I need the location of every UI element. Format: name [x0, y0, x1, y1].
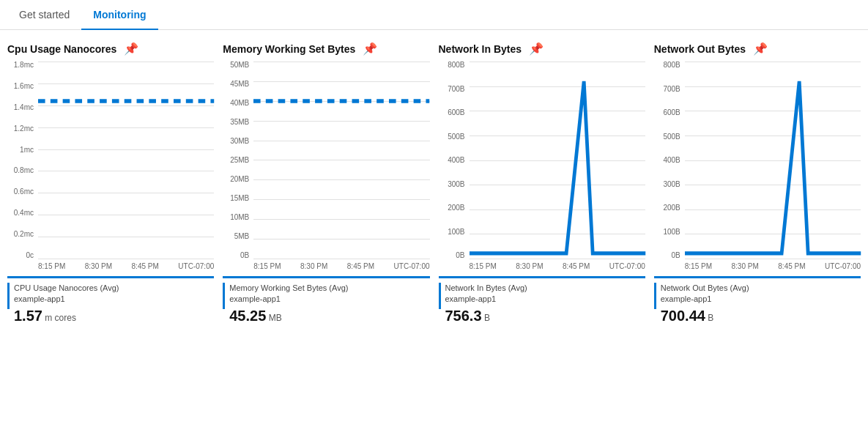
x-axis-network-out: 8:15 PM8:30 PM8:45 PMUTC-07:00	[654, 262, 861, 270]
legend-value-line: 700.44 B	[661, 305, 749, 326]
legend-value: 756.3	[445, 308, 482, 324]
y-label: 700B	[448, 86, 464, 93]
tabs-bar: Get startedMonitoring	[0, 0, 868, 30]
legend-label: Network In Bytes (Avg)	[445, 283, 527, 294]
x-label: UTC-07:00	[394, 262, 430, 270]
chart-panel-network-in: Network In Bytes📌800B700B600B500B400B300…	[439, 42, 645, 326]
legend-text: Network Out Bytes (Avg)example-app1700.4…	[661, 283, 749, 326]
chart-plot-cpu	[38, 62, 214, 259]
y-label: 300B	[663, 181, 680, 188]
chart-title-network-out: Network Out Bytes	[654, 43, 746, 55]
y-label: 0.4mc	[14, 209, 34, 217]
legend-bar	[223, 283, 225, 309]
y-label: 100B	[663, 229, 680, 236]
chart-inner-network-in: 800B700B600B500B400B300B200B100B0B	[439, 62, 645, 259]
y-label: 40MB	[230, 100, 249, 107]
chart-inner-network-out: 800B700B600B500B400B300B200B100B0B	[654, 62, 861, 259]
chart-header-memory: Memory Working Set Bytes📌	[223, 42, 429, 56]
chart-panel-network-out: Network Out Bytes📌800B700B600B500B400B30…	[654, 42, 861, 326]
legend-unit: B	[705, 313, 713, 323]
chart-title-memory: Memory Working Set Bytes	[223, 43, 355, 55]
legend-value: 700.44	[661, 308, 705, 324]
chart-legend-network-in: Network In Bytes (Avg)example-app1756.3 …	[439, 276, 645, 326]
tab-get-started[interactable]: Get started	[7, 0, 81, 29]
y-label: 300B	[448, 181, 464, 188]
legend-sub: example-app1	[14, 294, 119, 305]
y-label: 200B	[448, 204, 464, 212]
x-label: 8:15 PM	[38, 262, 65, 270]
y-label: 700B	[663, 86, 680, 93]
x-label: 8:45 PM	[132, 262, 159, 270]
y-label: 1mc	[20, 146, 34, 154]
legend-unit: MB	[266, 313, 281, 323]
x-label: 8:15 PM	[470, 262, 497, 270]
y-label: 600B	[663, 109, 680, 116]
y-label: 600B	[448, 109, 464, 116]
x-label: 8:30 PM	[300, 262, 327, 270]
y-label: 800B	[448, 62, 464, 69]
y-label: 100B	[448, 229, 464, 236]
chart-plot-memory	[253, 62, 429, 259]
chart-plot-network-out	[685, 62, 861, 259]
y-axis-cpu: 1.8mc1.6mc1.4mc1.2mc1mc0.8mc0.6mc0.4mc0.…	[7, 62, 38, 259]
x-label: 8:15 PM	[685, 262, 712, 270]
pin-icon-network-out[interactable]: 📌	[753, 42, 768, 56]
y-label: 0c	[26, 252, 34, 259]
y-label: 1.8mc	[14, 62, 34, 69]
y-label: 35MB	[230, 119, 249, 126]
y-label: 0.6mc	[14, 188, 34, 196]
pin-icon-network-in[interactable]: 📌	[529, 42, 544, 56]
x-label: 8:30 PM	[85, 262, 112, 270]
y-label: 0B	[456, 252, 464, 259]
legend-bar	[439, 283, 441, 309]
chart-title-network-in: Network In Bytes	[439, 43, 522, 55]
x-axis-cpu: 8:15 PM8:30 PM8:45 PMUTC-07:00	[7, 262, 214, 270]
y-label: 10MB	[230, 214, 249, 221]
chart-header-network-in: Network In Bytes📌	[439, 42, 645, 56]
chart-inner-cpu: 1.8mc1.6mc1.4mc1.2mc1mc0.8mc0.6mc0.4mc0.…	[7, 62, 214, 259]
y-label: 0.8mc	[14, 167, 34, 174]
legend-sub: example-app1	[661, 294, 749, 305]
y-label: 1.6mc	[14, 83, 34, 90]
tab-monitoring[interactable]: Monitoring	[81, 0, 157, 29]
chart-plot-network-in	[470, 62, 645, 259]
x-axis-memory: 8:15 PM8:30 PM8:45 PMUTC-07:00	[223, 262, 429, 270]
legend-text: Memory Working Set Bytes (Avg)example-ap…	[229, 283, 348, 326]
x-label: 8:30 PM	[732, 262, 759, 270]
chart-title-cpu: Cpu Usage Nanocores	[7, 43, 116, 55]
legend-value-line: 756.3 B	[445, 305, 527, 326]
pin-icon-cpu[interactable]: 📌	[124, 42, 138, 56]
x-label: 8:45 PM	[563, 262, 590, 270]
legend-label: Memory Working Set Bytes (Avg)	[229, 283, 348, 294]
y-axis-network-out: 800B700B600B500B400B300B200B100B0B	[654, 62, 685, 259]
legend-bar	[7, 283, 10, 309]
legend-sub: example-app1	[445, 294, 527, 305]
legend-sub: example-app1	[229, 294, 348, 305]
chart-inner-memory: 50MB45MB40MB35MB30MB25MB20MB15MB10MB5MB0…	[223, 62, 429, 259]
y-label: 15MB	[230, 195, 249, 202]
legend-text: Network In Bytes (Avg)example-app1756.3 …	[445, 283, 527, 326]
y-label: 30MB	[230, 138, 249, 145]
y-label: 400B	[448, 157, 464, 164]
legend-value-line: 45.25 MB	[229, 305, 348, 326]
y-label: 0B	[672, 252, 680, 259]
pin-icon-memory[interactable]: 📌	[363, 42, 377, 56]
y-label: 50MB	[230, 62, 249, 69]
chart-panel-cpu: Cpu Usage Nanocores📌1.8mc1.6mc1.4mc1.2mc…	[7, 42, 214, 326]
y-label: 5MB	[234, 233, 250, 240]
y-axis-network-in: 800B700B600B500B400B300B200B100B0B	[439, 62, 470, 259]
chart-header-network-out: Network Out Bytes📌	[654, 42, 861, 56]
chart-legend-cpu: CPU Usage Nanocores (Avg)example-app11.5…	[7, 276, 214, 326]
y-label: 25MB	[230, 157, 249, 164]
x-label: UTC-07:00	[178, 262, 214, 270]
legend-unit: B	[482, 313, 490, 323]
legend-label: Network Out Bytes (Avg)	[661, 283, 749, 294]
y-label: 0B	[240, 252, 249, 259]
y-label: 1.2mc	[14, 125, 34, 133]
y-label: 45MB	[230, 81, 249, 88]
chart-panel-memory: Memory Working Set Bytes📌50MB45MB40MB35M…	[223, 42, 429, 326]
y-label: 1.4mc	[14, 104, 34, 111]
chart-header-cpu: Cpu Usage Nanocores📌	[7, 42, 214, 56]
legend-value: 45.25	[229, 308, 266, 324]
charts-container: Cpu Usage Nanocores📌1.8mc1.6mc1.4mc1.2mc…	[0, 30, 868, 338]
